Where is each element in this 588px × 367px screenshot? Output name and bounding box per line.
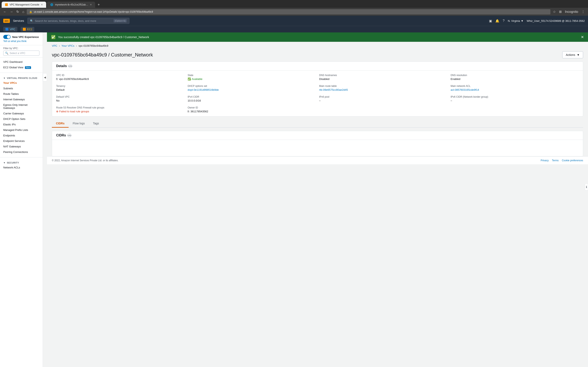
success-message: You successfully created vpc-0109765bc64… (58, 35, 149, 39)
tab-tags[interactable]: Tags (89, 120, 103, 128)
section-collapse-icon: ▼ (3, 77, 6, 79)
footer-privacy-link[interactable]: Privacy (541, 159, 549, 162)
main-route-table-link[interactable]: rtb-09e6575cc80ae2d45 (319, 88, 348, 91)
dhcp-label: DHCP options set (188, 85, 316, 87)
banner-close-button[interactable]: ✕ (581, 35, 584, 39)
dhcp-link[interactable]: dopt-0e1191d998516b9de (188, 88, 219, 91)
copy-icon-owner-id[interactable]: ⎘ (188, 110, 189, 113)
main-network-acl-link[interactable]: acl-0857603165cde9f14 (450, 88, 479, 91)
star-button[interactable]: ☆ (552, 9, 557, 15)
forward-button[interactable]: → (9, 9, 14, 15)
sidebar-item-endpoints[interactable]: Endpoints (0, 133, 43, 138)
grid-button[interactable]: ⊞ (558, 9, 562, 15)
sidebar-item-managed-prefix-lists[interactable]: Managed Prefix Lists (0, 127, 43, 133)
inactive-tab[interactable]: 🌐 mynetwork-lb-45c2ce2f52ab… ✕ (47, 2, 95, 8)
dns-hostnames-label: DNS hostnames (319, 74, 447, 77)
details-title: Details (56, 64, 67, 68)
sidebar-item-endpoint-services[interactable]: Endpoint Services (0, 138, 43, 144)
reload-button[interactable]: ↻ (16, 9, 20, 15)
active-tab[interactable]: 🟧 VPC Management Console ✕ (2, 2, 46, 8)
ec2-service-tag[interactable]: 🟧 EC2 (21, 27, 34, 32)
incognito-button[interactable]: Incognito (564, 9, 579, 15)
terminal-icon-button[interactable]: ▣ (489, 19, 492, 23)
filter-label: Filter by VPC: (3, 47, 39, 50)
new-vpc-experience-toggle[interactable] (3, 35, 11, 39)
services-button[interactable]: Services (13, 19, 24, 22)
details-info-badge[interactable]: Info (68, 64, 72, 68)
sidebar-divider-1 (0, 73, 43, 73)
sidebar-item-egress-only[interactable]: Egress Only Internet Gateways (0, 102, 43, 111)
aws-search-bar[interactable]: 🔍 Search for services, features, blogs, … (27, 18, 130, 24)
vpc-service-tag[interactable]: 🟦 VPC (3, 27, 17, 32)
tab-favicon-2: 🌐 (50, 3, 53, 6)
vpc-service-label: VPC (10, 28, 15, 31)
sidebar-item-ec2-global-view[interactable]: EC2 Global View New (0, 65, 43, 70)
user-menu-button[interactable]: Whiz_User_55174.52439689 @ 3611-7854-356… (527, 19, 585, 22)
cidrs-content (52, 140, 583, 156)
bell-icon-button[interactable]: 🔔 (495, 19, 499, 23)
breadcrumb-vpc-link[interactable]: VPC (52, 44, 57, 47)
info-panel-button[interactable]: ℹ (585, 184, 588, 191)
sidebar-item-route-tables[interactable]: Route Tables (0, 91, 43, 97)
home-button[interactable]: ⌂ (21, 9, 25, 15)
vpc-experience-section: New VPC Experience Tell us what you thin… (0, 33, 43, 45)
active-tab-label: VPC Management Console (9, 3, 39, 6)
ipv6-pool-label: IPv6 pool (319, 95, 447, 98)
footer-links: Privacy Terms Cookie preferences (541, 159, 583, 162)
sidebar-item-elastic-ips[interactable]: Elastic IPs (0, 122, 43, 127)
error-icon: ⊗ (56, 110, 58, 113)
tab-cidrs[interactable]: CIDRs (52, 120, 69, 128)
detail-main-route-table: Main route table rtb-09e6575cc80ae2d45 (319, 85, 447, 91)
new-vpc-experience-label: New VPC Experience (12, 35, 39, 39)
new-tab-button[interactable]: + (96, 2, 102, 8)
footer-cookie-link[interactable]: Cookie preferences (562, 159, 583, 162)
sidebar-item-subnets[interactable]: Subnets (0, 86, 43, 91)
detail-dhcp: DHCP options set dopt-0e1191d998516b9de (188, 85, 316, 91)
tab-flow-logs[interactable]: Flow logs (69, 120, 89, 128)
detail-empty-1 (319, 106, 447, 113)
help-icon-button[interactable]: ? (503, 19, 504, 23)
tell-us-link[interactable]: Tell us what you think (3, 40, 39, 43)
tab-close-button-2[interactable]: ✕ (90, 3, 92, 6)
header-icons: ▣ 🔔 ? N. Virginia ▼ Whiz_User_55174.5243… (489, 19, 585, 23)
sidebar-item-your-vpcs[interactable]: Your VPCs (0, 80, 43, 86)
toggle-knob (7, 35, 10, 39)
copy-icon-vpc-id[interactable]: ⎘ (56, 77, 58, 81)
url-bar[interactable]: 🔒 us-east-1.console.aws.amazon.com/vpc/h… (27, 9, 550, 15)
sidebar-item-dhcp-option-sets[interactable]: DHCP Option Sets (0, 116, 43, 122)
sidebar-item-peering-connections[interactable]: Peering Connections (0, 149, 43, 155)
cidrs-info-badge[interactable]: Info (68, 133, 71, 137)
dns-resolution-value: Enabled (450, 77, 579, 81)
footer-terms-link[interactable]: Terms (552, 159, 559, 162)
detail-default-vpc: Default VPC No (56, 95, 184, 102)
cidrs-title: CIDRs (56, 133, 66, 137)
breadcrumb-your-vpcs-link[interactable]: Your VPCs (61, 44, 74, 47)
state-value: ✅ Available (188, 77, 316, 81)
sidebar-item-nat-gateways[interactable]: NAT Gateways (0, 144, 43, 149)
main-network-acl-value: acl-0857603165cde9f14 (450, 88, 579, 91)
sidebar-toggle-button[interactable]: ◀ (43, 73, 47, 81)
vpc-experience-toggle-row: New VPC Experience (3, 35, 39, 39)
details-card-header: Details Info (52, 62, 583, 71)
sidebar-main-section: VPC Dashboard EC2 Global View New (0, 58, 43, 72)
tab-close-button[interactable]: ✕ (41, 3, 43, 6)
actions-button[interactable]: Actions ▼ (562, 51, 583, 58)
security-collapse-icon: ▼ (3, 161, 6, 164)
back-button[interactable]: ← (2, 9, 7, 15)
dns-hostnames-value: Disabled (319, 77, 447, 81)
vpc-filter-input[interactable]: 🔍 Select a VPC (3, 50, 39, 56)
region-selector[interactable]: N. Virginia ▼ (508, 19, 523, 22)
sidebar-item-network-acls[interactable]: Network ACLs (0, 165, 43, 170)
inactive-tab-label: mynetwork-lb-45c2ce2f52ab… (55, 3, 88, 6)
more-button[interactable]: ⋮ (581, 9, 586, 15)
detail-owner-id: Owner ID ⎘ 361178543562 (188, 106, 316, 113)
detail-firewall-rule-groups: Route 53 Resolver DNS Firewall rule grou… (56, 106, 184, 113)
default-vpc-value: No (56, 99, 184, 102)
sidebar-item-internet-gateways[interactable]: Internet Gateways (0, 97, 43, 102)
sidebar-item-vpc-dashboard[interactable]: VPC Dashboard (0, 59, 43, 65)
firewall-rule-groups-label: Route 53 Resolver DNS Firewall rule grou… (56, 106, 184, 109)
page-header: vpc-0109765bc64ba49c9 / Customer_Network… (47, 50, 588, 62)
firewall-rule-groups-value[interactable]: ⊗ Failed to load rule groups (56, 110, 184, 113)
sidebar-item-carrier-gateways[interactable]: Carrier Gateways (0, 111, 43, 116)
breadcrumb-current: vpc-0109765bc64ba49c9 (79, 44, 108, 47)
